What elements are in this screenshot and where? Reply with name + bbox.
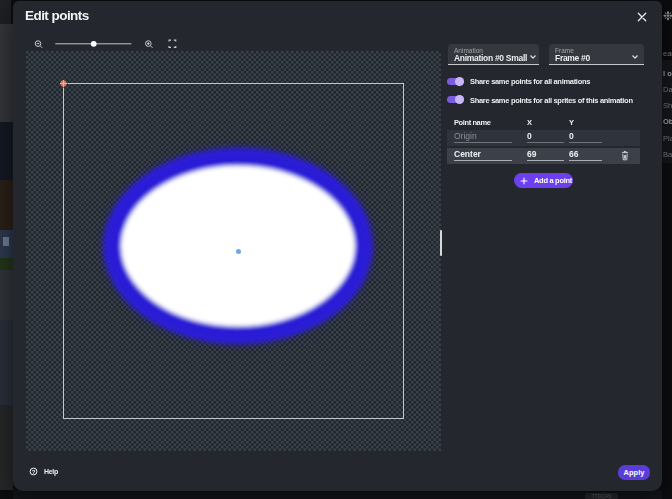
svg-text:?: ? bbox=[32, 469, 36, 475]
